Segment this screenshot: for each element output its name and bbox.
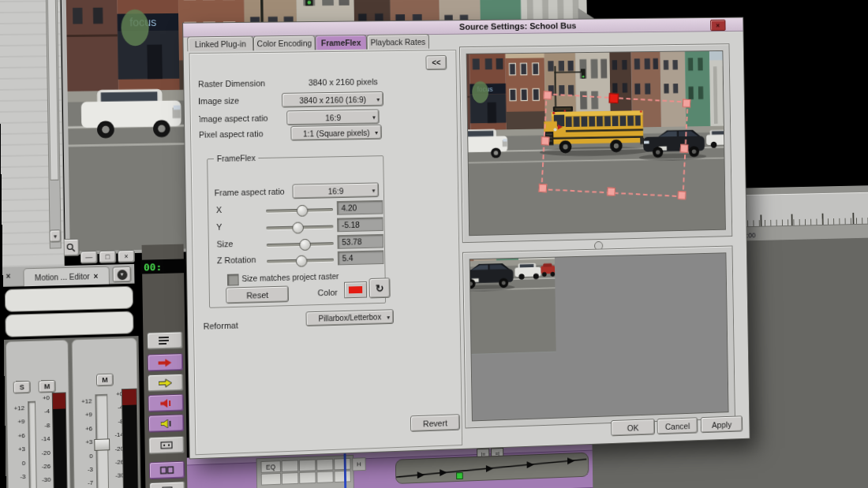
result-preview [470, 252, 729, 421]
motion-editor-field[interactable] [5, 286, 133, 312]
y-slider[interactable] [266, 225, 333, 230]
revert-button[interactable]: Revert [410, 414, 460, 432]
panel-menu-button[interactable]: ▼ [113, 266, 132, 282]
close-window-button[interactable]: × [118, 250, 135, 263]
yellow-arrow-button[interactable] [148, 374, 183, 392]
frame-aspect-dropdown[interactable]: 16:9▾ [292, 182, 379, 199]
chevron-down-icon: ▾ [376, 95, 380, 102]
size-matches-checkbox[interactable] [227, 274, 239, 285]
color-swatch-button[interactable] [344, 281, 367, 298]
red-speaker-button[interactable] [148, 394, 183, 412]
green-keyframe[interactable] [456, 472, 463, 479]
crop-handle-tl[interactable] [543, 91, 552, 99]
red-arrow-button[interactable] [148, 353, 183, 371]
frame-aspect-label: Frame aspect ratio [215, 187, 285, 198]
frameflex-legend: FrameFlex [214, 153, 259, 163]
z-rotation-slider-thumb[interactable] [296, 255, 308, 267]
crop-handle-br[interactable] [678, 191, 687, 199]
fader-scale: +12+9+6+30-3-7-11 [75, 397, 94, 488]
yellow-speaker-button[interactable] [148, 414, 184, 432]
tab-frameflex[interactable]: FrameFlex [315, 35, 367, 50]
fader-scale: +12+9+6+30-3-7-11 [7, 404, 26, 488]
crop-handle-bl[interactable] [538, 184, 547, 192]
mute-button[interactable]: M [39, 380, 56, 393]
meter-scale: +0-4-8-14-20-26-30 [34, 394, 51, 488]
automation-clip[interactable] [395, 453, 589, 484]
dialog-title: Source Settings: School Bus [459, 21, 576, 32]
mixer-channel-1: S M +12+9+6+30-3-7-11 +0-4-8-14-20-26-30 [6, 340, 72, 488]
x-slider-label: X [216, 205, 222, 214]
z-rotation-value-field[interactable]: 5.4 [338, 250, 384, 265]
track-list-button[interactable] [147, 331, 182, 349]
image-size-label: Image size [198, 96, 239, 106]
editing-app-screenshot: ▼ — □ × × Motion ... Editor × ▼ S M +12+… [0, 0, 868, 488]
mixer-channel-2: M +12+9+6+30-3-7-11 +0-4-8-14-20-26-30 [72, 337, 140, 488]
image-size-dropdown[interactable]: 3840 x 2160 (16:9)▾ [282, 91, 383, 108]
bin-scrollbar[interactable] [46, 0, 62, 249]
h-cell[interactable]: H [352, 457, 366, 471]
tab-motion-editor[interactable]: Motion ... Editor × [23, 266, 110, 287]
clip-button[interactable] [149, 481, 185, 488]
tab-playback-rates[interactable]: Playback Rates [367, 34, 429, 49]
chevron-down-icon: ▾ [372, 186, 375, 193]
pixel-aspect-dropdown[interactable]: 1:1 (Square pixels)▾ [290, 125, 382, 141]
chevron-down-icon: ▾ [387, 313, 390, 320]
size-value-field[interactable]: 53.78 [337, 234, 383, 249]
y-slider-thumb[interactable] [293, 222, 305, 233]
scroll-down-arrow-icon[interactable]: ▼ [49, 229, 61, 242]
video-track-button[interactable] [149, 461, 185, 479]
size-slider-thumb[interactable] [300, 239, 312, 251]
pixel-aspect-label: Pixel aspect ratio [199, 129, 264, 140]
reset-button[interactable]: Reset [226, 286, 289, 304]
x-slider[interactable] [266, 208, 333, 213]
timecode-value: 00: [140, 261, 162, 274]
frameflex-crop-rect[interactable] [541, 93, 688, 197]
solo-button[interactable]: S [13, 381, 31, 394]
motion-editor-field[interactable] [5, 311, 133, 337]
dialog-close-button[interactable]: × [710, 20, 725, 32]
crop-handle-bottom[interactable] [607, 187, 615, 196]
rotate-reset-icon[interactable]: ↻ [369, 278, 391, 298]
tab-close-icon[interactable]: × [94, 271, 99, 280]
ok-button[interactable]: OK [611, 419, 655, 436]
z-rotation-slider-label: Z Rotation [217, 255, 256, 265]
reformat-dropdown[interactable]: Pillarbox/Letterbox▾ [305, 309, 394, 326]
x-slider-thumb[interactable] [296, 205, 308, 217]
cancel-button[interactable]: Cancel [657, 417, 698, 434]
window-controls: — □ × [80, 250, 135, 264]
raster-dimension-label: Raster Dimension [198, 78, 265, 88]
maximize-button[interactable]: □ [99, 251, 116, 263]
toolbar-column: ≈ [142, 244, 189, 488]
audio-mixer: S M +12+9+6+30-3-7-11 +0-4-8-14-20-26-30… [4, 336, 142, 488]
collapse-button[interactable]: << [425, 55, 447, 70]
image-aspect-dropdown[interactable]: 16:9▾ [286, 110, 380, 125]
minimize-button[interactable]: — [80, 251, 98, 263]
mute-button[interactable]: M [96, 374, 114, 387]
source-settings-dialog: Source Settings: School Bus × Linked Plu… [182, 17, 750, 460]
size-slider[interactable] [267, 242, 334, 247]
result-preview-frame [462, 246, 735, 429]
apply-button[interactable]: Apply [701, 415, 743, 433]
magnifier-icon[interactable] [62, 239, 80, 256]
crop-handle-top-red[interactable] [609, 93, 619, 103]
crop-handle-left[interactable] [541, 136, 549, 145]
source-preview [466, 50, 726, 236]
size-matches-label: Size matches project raster [241, 271, 339, 283]
frameflex-group: FrameFlex Frame aspect ratio 16:9▾ X 4.2… [207, 155, 386, 308]
tab-color-encoding[interactable]: Color Encoding [253, 35, 316, 51]
crop-handle-tr[interactable] [683, 99, 691, 107]
raster-dimension-value: 3840 x 2160 pixels [286, 76, 400, 88]
y-slider-label: Y [216, 222, 222, 232]
marker-button[interactable] [148, 436, 184, 454]
eq-grid: EQ [260, 458, 350, 486]
timecode-ruler[interactable] [731, 190, 868, 227]
chevron-down-icon: ▾ [372, 114, 376, 121]
y-value-field[interactable]: -5.18 [337, 217, 383, 232]
tab-linked-plug-in[interactable]: Linked Plug-in [187, 36, 253, 52]
image-aspect-label: Image aspect ratio [198, 114, 268, 124]
panel-close-icon[interactable]: × [6, 272, 10, 281]
x-value-field[interactable]: 4.20 [337, 200, 383, 215]
z-rotation-slider[interactable] [267, 259, 334, 263]
eq-cell[interactable]: EQ [260, 460, 280, 473]
crop-handle-right[interactable] [680, 144, 689, 153]
